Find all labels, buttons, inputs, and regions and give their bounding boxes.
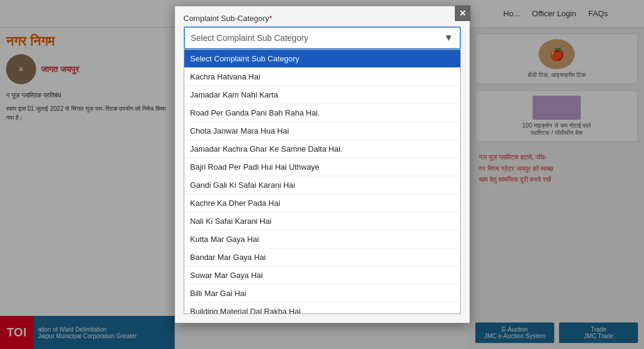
field-label: Complaint Sub-Category* [184, 14, 461, 23]
dropdown-item[interactable]: Kutta Mar Gaya Hai [184, 230, 460, 249]
dropdown-list[interactable]: Select Complaint Sub CategoryKachra Hatv… [184, 49, 461, 314]
dropdown-item[interactable]: Bajri Road Per Padi Hui Hai Uthwaye [184, 158, 460, 176]
dropdown-item[interactable]: Chota Janwar Mara Hua Hai [184, 122, 460, 140]
dropdown-item[interactable]: Kachre Ka Dher Pada Hai [184, 194, 460, 212]
dropdown-trigger[interactable]: Select Complaint Sub Category ▼ [184, 26, 461, 49]
dropdown-item[interactable]: Road Per Ganda Pani Bah Raha Hai. [184, 104, 460, 122]
dropdown-item[interactable]: Kachra Hatvana Hai [184, 68, 460, 86]
dropdown-selected-value: Select Complaint Sub Category [191, 33, 308, 43]
dropdown-item[interactable]: Jamadar Kam Nahi Karta [184, 86, 460, 104]
dropdown-item[interactable]: Suwar Mar Gaya Hai [184, 267, 460, 285]
dropdown-item[interactable]: Select Complaint Sub Category [184, 50, 460, 68]
dropdown-item[interactable]: Gandi Gali Ki Safai Karani Hai [184, 176, 460, 194]
modal-close-button[interactable]: ✕ [455, 5, 470, 21]
dropdown-item[interactable]: Nali Ki Safai Karani Hai [184, 212, 460, 230]
dropdown-list-wrapper: Select Complaint Sub CategoryKachra Hatv… [184, 49, 461, 314]
dropdown-item[interactable]: Building Material Dal Rakha Hai [184, 303, 460, 314]
dropdown-item[interactable]: Jamadar Kachra Ghar Ke Samne Dalta Hai. [184, 140, 460, 158]
modal-box: ✕ Complaint Sub-Category* Select Complai… [175, 6, 470, 323]
chevron-down-icon: ▼ [444, 32, 454, 43]
dropdown-item[interactable]: Bandar Mar Gaya Hai [184, 249, 460, 267]
dropdown-item[interactable]: Billi Mar Gai Hai [184, 285, 460, 303]
modal-overlay: ✕ Complaint Sub-Category* Select Complai… [0, 0, 644, 349]
